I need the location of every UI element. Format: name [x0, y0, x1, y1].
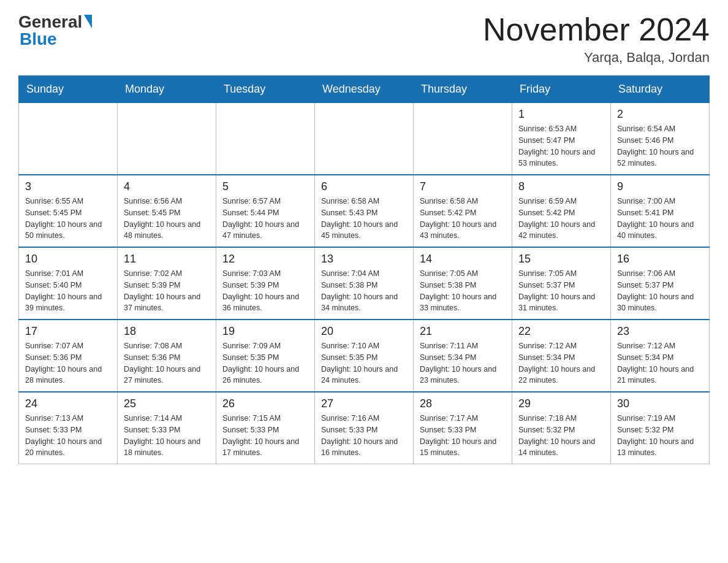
- calendar-day-cell: 21Sunrise: 7:11 AMSunset: 5:34 PMDayligh…: [414, 320, 512, 392]
- day-number: 14: [420, 253, 506, 266]
- day-number: 7: [420, 180, 506, 193]
- calendar-table: SundayMondayTuesdayWednesdayThursdayFrid…: [18, 75, 710, 464]
- calendar-week-row: 10Sunrise: 7:01 AMSunset: 5:40 PMDayligh…: [19, 247, 710, 320]
- day-info: Sunrise: 7:03 AMSunset: 5:39 PMDaylight:…: [222, 268, 308, 314]
- day-number: 16: [617, 253, 703, 266]
- calendar-day-cell: 8Sunrise: 6:59 AMSunset: 5:42 PMDaylight…: [512, 175, 611, 247]
- day-number: 20: [321, 325, 407, 338]
- day-number: 15: [518, 253, 604, 266]
- day-number: 8: [518, 180, 604, 193]
- location: Yarqa, Balqa, Jordan: [483, 50, 710, 66]
- day-number: 11: [124, 253, 210, 266]
- calendar-day-cell: 23Sunrise: 7:12 AMSunset: 5:34 PMDayligh…: [611, 320, 710, 392]
- day-of-week-header: Wednesday: [315, 76, 414, 102]
- calendar-week-row: 24Sunrise: 7:13 AMSunset: 5:33 PMDayligh…: [19, 392, 710, 464]
- day-of-week-header: Tuesday: [216, 76, 315, 102]
- day-info: Sunrise: 7:08 AMSunset: 5:36 PMDaylight:…: [124, 340, 210, 386]
- day-info: Sunrise: 7:16 AMSunset: 5:33 PMDaylight:…: [321, 413, 407, 459]
- day-of-week-header: Saturday: [611, 76, 710, 102]
- logo: General Blue: [18, 12, 92, 49]
- day-number: 26: [222, 397, 308, 410]
- day-info: Sunrise: 7:04 AMSunset: 5:38 PMDaylight:…: [321, 268, 407, 314]
- calendar-day-cell: 28Sunrise: 7:17 AMSunset: 5:33 PMDayligh…: [414, 392, 512, 464]
- calendar-day-cell: 30Sunrise: 7:19 AMSunset: 5:32 PMDayligh…: [611, 392, 710, 464]
- day-number: 28: [420, 397, 506, 410]
- calendar-day-cell: 13Sunrise: 7:04 AMSunset: 5:38 PMDayligh…: [315, 247, 414, 320]
- calendar-day-cell: 19Sunrise: 7:09 AMSunset: 5:35 PMDayligh…: [216, 320, 315, 392]
- calendar-day-cell: 5Sunrise: 6:57 AMSunset: 5:44 PMDaylight…: [216, 175, 315, 247]
- day-info: Sunrise: 7:12 AMSunset: 5:34 PMDaylight:…: [518, 340, 604, 386]
- day-number: 1: [518, 108, 604, 121]
- calendar-week-row: 3Sunrise: 6:55 AMSunset: 5:45 PMDaylight…: [19, 175, 710, 247]
- calendar-week-row: 17Sunrise: 7:07 AMSunset: 5:36 PMDayligh…: [19, 320, 710, 392]
- day-number: 2: [617, 108, 703, 121]
- day-number: 21: [420, 325, 506, 338]
- calendar-day-cell: 26Sunrise: 7:15 AMSunset: 5:33 PMDayligh…: [216, 392, 315, 464]
- day-number: 17: [25, 325, 111, 338]
- day-number: 24: [25, 397, 111, 410]
- calendar-day-cell: 10Sunrise: 7:01 AMSunset: 5:40 PMDayligh…: [19, 247, 118, 320]
- calendar-day-cell: 15Sunrise: 7:05 AMSunset: 5:37 PMDayligh…: [512, 247, 611, 320]
- day-number: 5: [222, 180, 308, 193]
- day-info: Sunrise: 6:54 AMSunset: 5:46 PMDaylight:…: [617, 123, 703, 169]
- day-info: Sunrise: 7:14 AMSunset: 5:33 PMDaylight:…: [124, 413, 210, 459]
- day-info: Sunrise: 7:10 AMSunset: 5:35 PMDaylight:…: [321, 340, 407, 386]
- calendar-week-row: 1Sunrise: 6:53 AMSunset: 5:47 PMDaylight…: [19, 102, 710, 175]
- day-info: Sunrise: 7:15 AMSunset: 5:33 PMDaylight:…: [222, 413, 308, 459]
- day-number: 27: [321, 397, 407, 410]
- calendar-day-cell: 16Sunrise: 7:06 AMSunset: 5:37 PMDayligh…: [611, 247, 710, 320]
- calendar-day-cell: 12Sunrise: 7:03 AMSunset: 5:39 PMDayligh…: [216, 247, 315, 320]
- day-info: Sunrise: 6:57 AMSunset: 5:44 PMDaylight:…: [222, 196, 308, 242]
- day-number: 18: [124, 325, 210, 338]
- day-number: 30: [617, 397, 703, 410]
- calendar-day-cell: 17Sunrise: 7:07 AMSunset: 5:36 PMDayligh…: [19, 320, 118, 392]
- day-info: Sunrise: 7:06 AMSunset: 5:37 PMDaylight:…: [617, 268, 703, 314]
- day-of-week-header: Sunday: [19, 76, 118, 102]
- calendar-day-cell: 6Sunrise: 6:58 AMSunset: 5:43 PMDaylight…: [315, 175, 414, 247]
- calendar-day-cell: 11Sunrise: 7:02 AMSunset: 5:39 PMDayligh…: [118, 247, 216, 320]
- day-of-week-header: Thursday: [414, 76, 512, 102]
- day-number: 10: [25, 253, 111, 266]
- day-number: 9: [617, 180, 703, 193]
- calendar-day-cell: 18Sunrise: 7:08 AMSunset: 5:36 PMDayligh…: [118, 320, 216, 392]
- day-info: Sunrise: 7:05 AMSunset: 5:38 PMDaylight:…: [420, 268, 506, 314]
- day-info: Sunrise: 6:58 AMSunset: 5:42 PMDaylight:…: [420, 196, 506, 242]
- day-info: Sunrise: 6:55 AMSunset: 5:45 PMDaylight:…: [25, 196, 111, 242]
- calendar-header-row: SundayMondayTuesdayWednesdayThursdayFrid…: [19, 76, 710, 102]
- header: General Blue November 2024 Yarqa, Balqa,…: [18, 12, 710, 66]
- day-info: Sunrise: 6:53 AMSunset: 5:47 PMDaylight:…: [518, 123, 604, 169]
- calendar-day-cell: 22Sunrise: 7:12 AMSunset: 5:34 PMDayligh…: [512, 320, 611, 392]
- day-info: Sunrise: 7:07 AMSunset: 5:36 PMDaylight:…: [25, 340, 111, 386]
- day-number: 29: [518, 397, 604, 410]
- calendar-day-cell: [315, 102, 414, 175]
- calendar-day-cell: 20Sunrise: 7:10 AMSunset: 5:35 PMDayligh…: [315, 320, 414, 392]
- calendar-day-cell: 7Sunrise: 6:58 AMSunset: 5:42 PMDaylight…: [414, 175, 512, 247]
- day-info: Sunrise: 6:56 AMSunset: 5:45 PMDaylight:…: [124, 196, 210, 242]
- calendar-day-cell: [19, 102, 118, 175]
- day-info: Sunrise: 7:01 AMSunset: 5:40 PMDaylight:…: [25, 268, 111, 314]
- calendar-day-cell: 14Sunrise: 7:05 AMSunset: 5:38 PMDayligh…: [414, 247, 512, 320]
- day-number: 19: [222, 325, 308, 338]
- calendar-day-cell: [118, 102, 216, 175]
- day-info: Sunrise: 7:09 AMSunset: 5:35 PMDaylight:…: [222, 340, 308, 386]
- day-of-week-header: Monday: [118, 76, 216, 102]
- day-info: Sunrise: 6:58 AMSunset: 5:43 PMDaylight:…: [321, 196, 407, 242]
- day-number: 23: [617, 325, 703, 338]
- calendar-day-cell: 27Sunrise: 7:16 AMSunset: 5:33 PMDayligh…: [315, 392, 414, 464]
- calendar-day-cell: 9Sunrise: 7:00 AMSunset: 5:41 PMDaylight…: [611, 175, 710, 247]
- day-info: Sunrise: 6:59 AMSunset: 5:42 PMDaylight:…: [518, 196, 604, 242]
- calendar-day-cell: 25Sunrise: 7:14 AMSunset: 5:33 PMDayligh…: [118, 392, 216, 464]
- calendar-day-cell: 4Sunrise: 6:56 AMSunset: 5:45 PMDaylight…: [118, 175, 216, 247]
- logo-triangle-icon: [84, 15, 92, 28]
- day-info: Sunrise: 7:18 AMSunset: 5:32 PMDaylight:…: [518, 413, 604, 459]
- day-info: Sunrise: 7:17 AMSunset: 5:33 PMDaylight:…: [420, 413, 506, 459]
- calendar-day-cell: [216, 102, 315, 175]
- day-info: Sunrise: 7:11 AMSunset: 5:34 PMDaylight:…: [420, 340, 506, 386]
- day-number: 25: [124, 397, 210, 410]
- month-title: November 2024: [483, 12, 710, 47]
- day-info: Sunrise: 7:19 AMSunset: 5:32 PMDaylight:…: [617, 413, 703, 459]
- calendar-day-cell: 3Sunrise: 6:55 AMSunset: 5:45 PMDaylight…: [19, 175, 118, 247]
- day-info: Sunrise: 7:12 AMSunset: 5:34 PMDaylight:…: [617, 340, 703, 386]
- logo-blue-text: Blue: [20, 29, 57, 49]
- day-info: Sunrise: 7:02 AMSunset: 5:39 PMDaylight:…: [124, 268, 210, 314]
